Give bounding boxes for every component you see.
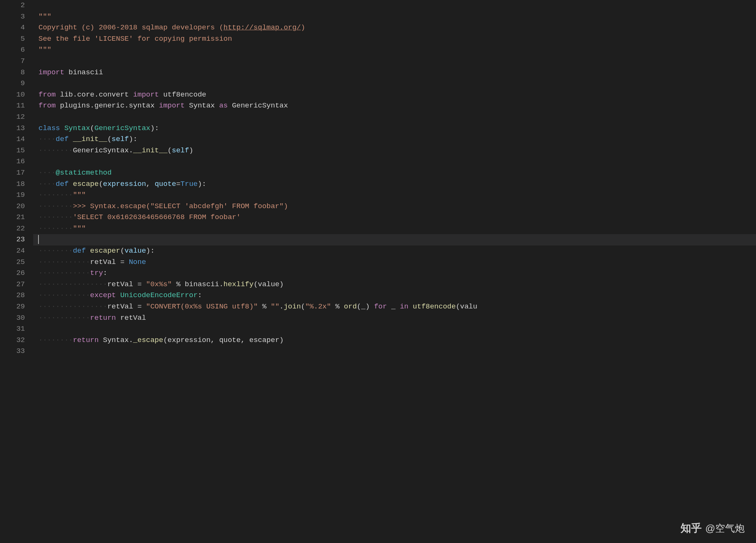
assignment: retVal = bbox=[90, 258, 129, 266]
code-line[interactable]: ····@staticmethod bbox=[38, 167, 756, 179]
code-line[interactable]: import binascii bbox=[38, 67, 756, 78]
code-line[interactable] bbox=[38, 56, 756, 67]
line-number: 19 bbox=[0, 190, 25, 201]
import-name: utf8encode bbox=[159, 90, 206, 99]
decorator: @staticmethod bbox=[56, 169, 112, 177]
code-line[interactable]: ················retVal = "0x%s" % binasc… bbox=[38, 279, 756, 290]
string-literal: "CONVERT(0x%s USING utf8)" bbox=[146, 302, 258, 311]
keyword-as: as bbox=[219, 101, 228, 110]
import-name: Syntax bbox=[185, 101, 219, 110]
line-number-gutter: 2 3 4 5 6 7 8 9 10 11 12 13 14 15 16 17 … bbox=[0, 0, 33, 543]
code-line[interactable]: class Syntax(GenericSyntax): bbox=[38, 123, 756, 134]
keyword-def: def bbox=[73, 247, 86, 255]
class-name: Syntax bbox=[64, 124, 90, 132]
whitespace-dots: ········ bbox=[38, 191, 73, 199]
line-number: 21 bbox=[0, 212, 25, 223]
code-line[interactable] bbox=[38, 324, 756, 335]
code-line[interactable]: """ bbox=[38, 44, 756, 56]
line-number: 5 bbox=[0, 34, 25, 45]
line-number: 4 bbox=[0, 22, 25, 34]
zhihu-logo: 知乎 bbox=[681, 521, 702, 535]
whitespace-dots: ················ bbox=[38, 302, 107, 311]
line-number: 12 bbox=[0, 112, 25, 123]
line-number: 22 bbox=[0, 223, 25, 235]
code-line[interactable]: from plugins.generic.syntax import Synta… bbox=[38, 100, 756, 112]
code-line[interactable]: ····def escape(expression, quote=True): bbox=[38, 179, 756, 190]
function-call: hexlify bbox=[223, 280, 254, 288]
whitespace-dots: ············ bbox=[38, 258, 90, 266]
code-content[interactable]: """ Copyright (c) 2006-2018 sqlmap devel… bbox=[33, 0, 756, 543]
docstring-text: ) bbox=[301, 23, 305, 32]
function-name: __init__ bbox=[73, 135, 107, 143]
docstring-text: See the file 'LICENSE' for copying permi… bbox=[38, 35, 232, 43]
param-self: self bbox=[172, 146, 189, 155]
exception-class: UnicodeEncodeError bbox=[120, 291, 198, 299]
keyword-except: except bbox=[90, 291, 116, 299]
keyword-import: import bbox=[38, 68, 64, 77]
code-line[interactable]: from lib.core.convert import utf8encode bbox=[38, 89, 756, 101]
keyword-in: in bbox=[400, 302, 409, 311]
code-line[interactable] bbox=[38, 78, 756, 89]
docstring-text: Copyright (c) 2006-2018 sqlmap developer… bbox=[38, 23, 223, 32]
code-line[interactable]: ········def escaper(value): bbox=[38, 245, 756, 257]
string-literal: "" bbox=[271, 302, 280, 311]
keyword-def: def bbox=[56, 180, 69, 188]
whitespace-dots: ········ bbox=[38, 224, 73, 233]
code-line[interactable]: ········'SELECT 0x6162636465666768 FROM … bbox=[38, 212, 756, 223]
line-number: 30 bbox=[0, 313, 25, 324]
whitespace-dots: ········ bbox=[38, 146, 73, 155]
code-line[interactable]: ············except UnicodeEncodeError: bbox=[38, 290, 756, 301]
line-number: 33 bbox=[0, 346, 25, 357]
code-line[interactable] bbox=[38, 0, 756, 11]
code-line[interactable]: ····def __init__(self): bbox=[38, 134, 756, 145]
whitespace-dots: ········ bbox=[38, 336, 73, 344]
function-call: utf8encode bbox=[413, 302, 456, 311]
watermark-author: @空气炮 bbox=[705, 522, 745, 535]
code-line[interactable] bbox=[38, 156, 756, 167]
code-editor[interactable]: 2 3 4 5 6 7 8 9 10 11 12 13 14 15 16 17 … bbox=[0, 0, 756, 543]
line-number: 2 bbox=[0, 0, 25, 11]
param-name: value bbox=[124, 247, 146, 255]
assignment: retVal = bbox=[107, 302, 146, 311]
code-line[interactable]: ········GenericSyntax.__init__(self) bbox=[38, 145, 756, 156]
line-number: 29 bbox=[0, 301, 25, 313]
param-name: expression bbox=[103, 180, 146, 188]
code-line[interactable] bbox=[38, 346, 756, 357]
method-name: join bbox=[284, 302, 301, 311]
code-line[interactable]: Copyright (c) 2006-2018 sqlmap developer… bbox=[38, 22, 756, 34]
module-name: binascii bbox=[64, 68, 103, 77]
code-line[interactable]: ············return retVal bbox=[38, 313, 756, 324]
module-path: lib.core.convert bbox=[56, 90, 133, 99]
code-line[interactable]: See the file 'LICENSE' for copying permi… bbox=[38, 34, 756, 45]
whitespace-dots: ············ bbox=[38, 314, 90, 322]
code-line-current[interactable] bbox=[38, 234, 756, 245]
string-literal: "0x%s" bbox=[146, 280, 172, 288]
code-line[interactable]: ········""" bbox=[38, 223, 756, 235]
whitespace-dots: ········ bbox=[38, 213, 73, 221]
code-line[interactable]: ················retVal = "CONVERT(0x%s U… bbox=[38, 301, 756, 313]
whitespace-dots: ···· bbox=[38, 169, 56, 177]
code-line[interactable]: ········>>> Syntax.escape("SELECT 'abcde… bbox=[38, 201, 756, 212]
keyword-for: for bbox=[374, 302, 387, 311]
code-line[interactable]: ········return Syntax._escape(expression… bbox=[38, 335, 756, 346]
alias-name: GenericSyntax bbox=[228, 101, 288, 110]
const-true: True bbox=[180, 180, 198, 188]
line-number: 18 bbox=[0, 179, 25, 190]
param-name: quote bbox=[155, 180, 176, 188]
code-line[interactable]: ············retVal = None bbox=[38, 257, 756, 268]
watermark: 知乎 @空气炮 bbox=[681, 521, 745, 535]
line-number: 32 bbox=[0, 335, 25, 346]
keyword-try: try bbox=[90, 269, 103, 277]
line-number: 24 bbox=[0, 245, 25, 257]
whitespace-dots: ················ bbox=[38, 280, 107, 288]
docstring-url[interactable]: http://sqlmap.org/ bbox=[223, 23, 301, 32]
code-line[interactable]: """ bbox=[38, 11, 756, 23]
line-number: 16 bbox=[0, 156, 25, 167]
module-path: plugins.generic.syntax bbox=[56, 101, 159, 110]
whitespace-dots: ···· bbox=[38, 180, 56, 188]
code-line[interactable]: ············try: bbox=[38, 268, 756, 279]
code-line[interactable]: ········""" bbox=[38, 190, 756, 201]
code-line[interactable] bbox=[38, 112, 756, 123]
whitespace-dots: ········ bbox=[38, 202, 73, 210]
builtin-ord: ord bbox=[344, 302, 357, 311]
